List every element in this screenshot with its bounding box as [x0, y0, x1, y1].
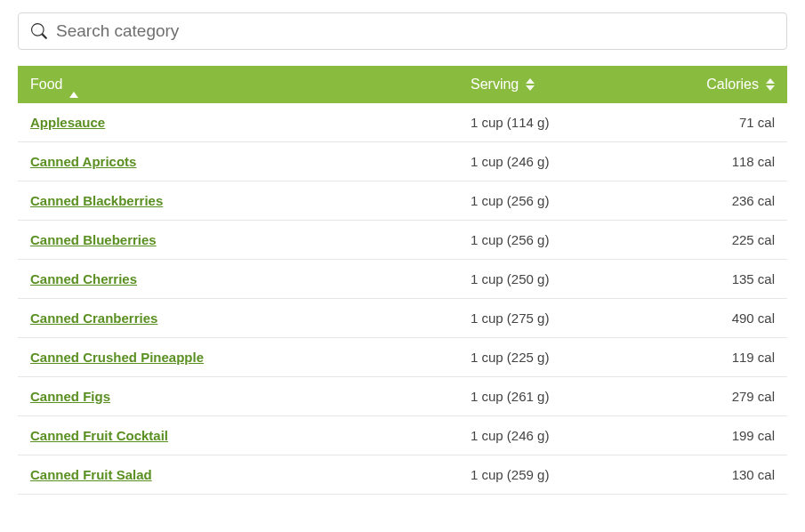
- calories-cell: 279 cal: [636, 377, 787, 416]
- calories-cell: 236 cal: [636, 181, 787, 221]
- search-input[interactable]: [56, 21, 774, 41]
- food-link[interactable]: Canned Fruit Salad: [30, 467, 152, 482]
- food-link[interactable]: Canned Blueberries: [30, 232, 157, 247]
- food-cell: Canned Fruit Salad: [18, 455, 458, 495]
- table-row: Canned Apricots1 cup (246 g)118 cal: [18, 142, 787, 181]
- table-row: Canned Cranberries1 cup (275 g)490 cal: [18, 299, 787, 338]
- sort-both-icon: [526, 78, 535, 91]
- serving-cell: 1 cup (225 g): [458, 338, 636, 377]
- calories-cell: 135 cal: [636, 260, 787, 299]
- column-header-calories[interactable]: Calories: [636, 66, 787, 103]
- food-cell: Canned Crushed Pineapple: [18, 338, 458, 377]
- food-link[interactable]: Canned Blackberries: [30, 193, 163, 208]
- serving-cell: 1 cup (275 g): [458, 299, 636, 338]
- food-cell: Canned Apricots: [18, 142, 458, 181]
- table-body: Applesauce1 cup (114 g)71 calCanned Apri…: [18, 103, 787, 495]
- serving-cell: 1 cup (256 g): [458, 221, 636, 260]
- table-header-row: Food Serving Calories: [18, 66, 787, 103]
- calories-cell: 490 cal: [636, 299, 787, 338]
- table-row: Applesauce1 cup (114 g)71 cal: [18, 103, 787, 142]
- column-header-serving[interactable]: Serving: [458, 66, 636, 103]
- food-link[interactable]: Canned Crushed Pineapple: [30, 350, 204, 365]
- food-calories-table: Food Serving Calories: [18, 66, 787, 495]
- calories-cell: 130 cal: [636, 455, 787, 495]
- table-row: Canned Blueberries1 cup (256 g)225 cal: [18, 221, 787, 260]
- serving-cell: 1 cup (259 g): [458, 455, 636, 495]
- table-row: Canned Cherries1 cup (250 g)135 cal: [18, 260, 787, 299]
- sort-asc-icon: [69, 77, 78, 93]
- search-container: [18, 12, 787, 50]
- serving-cell: 1 cup (261 g): [458, 377, 636, 416]
- food-link[interactable]: Canned Apricots: [30, 154, 136, 169]
- food-cell: Canned Fruit Cocktail: [18, 416, 458, 455]
- table-row: Canned Fruit Cocktail1 cup (246 g)199 ca…: [18, 416, 787, 455]
- food-cell: Applesauce: [18, 103, 458, 142]
- food-cell: Canned Blackberries: [18, 181, 458, 221]
- column-label: Food: [30, 77, 62, 93]
- calories-cell: 71 cal: [636, 103, 787, 142]
- food-link[interactable]: Canned Figs: [30, 389, 110, 404]
- food-link[interactable]: Canned Cherries: [30, 271, 137, 286]
- food-link[interactable]: Canned Cranberries: [30, 310, 157, 326]
- table-row: Canned Figs1 cup (261 g)279 cal: [18, 377, 787, 416]
- food-link[interactable]: Applesauce: [30, 115, 105, 130]
- column-label: Calories: [706, 77, 759, 93]
- table-row: Canned Fruit Salad1 cup (259 g)130 cal: [18, 455, 787, 495]
- calories-cell: 225 cal: [636, 221, 787, 260]
- serving-cell: 1 cup (256 g): [458, 181, 636, 221]
- food-cell: Canned Cranberries: [18, 299, 458, 338]
- food-cell: Canned Figs: [18, 377, 458, 416]
- food-cell: Canned Blueberries: [18, 221, 458, 260]
- table-row: Canned Crushed Pineapple1 cup (225 g)119…: [18, 338, 787, 377]
- serving-cell: 1 cup (246 g): [458, 142, 636, 181]
- serving-cell: 1 cup (246 g): [458, 416, 636, 455]
- sort-both-icon: [766, 78, 775, 91]
- serving-cell: 1 cup (114 g): [458, 103, 636, 142]
- calories-cell: 119 cal: [636, 338, 787, 377]
- food-cell: Canned Cherries: [18, 260, 458, 299]
- calories-cell: 118 cal: [636, 142, 787, 181]
- column-label: Serving: [471, 77, 519, 93]
- search-icon: [31, 23, 47, 39]
- food-link[interactable]: Canned Fruit Cocktail: [30, 428, 168, 443]
- calories-cell: 199 cal: [636, 416, 787, 455]
- column-header-food[interactable]: Food: [18, 66, 458, 103]
- table-row: Canned Blackberries1 cup (256 g)236 cal: [18, 181, 787, 221]
- serving-cell: 1 cup (250 g): [458, 260, 636, 299]
